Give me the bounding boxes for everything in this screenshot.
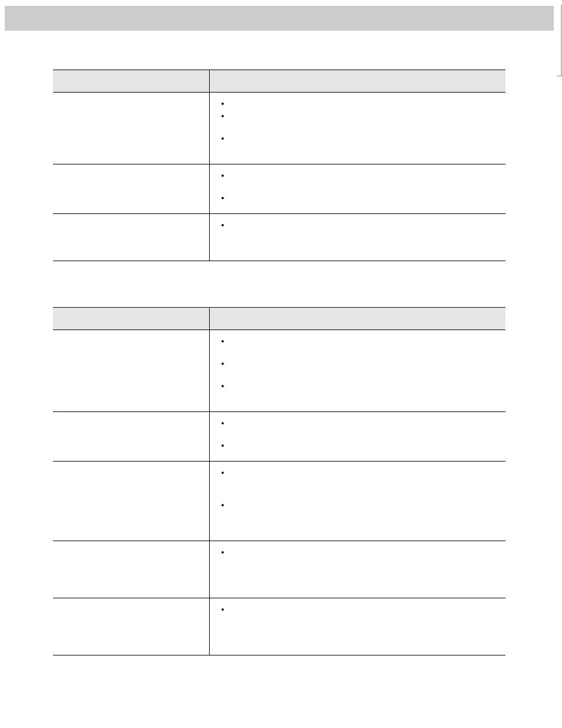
table-row-content	[209, 214, 505, 261]
table-row-label	[53, 598, 209, 655]
table-column-header	[53, 308, 209, 330]
bullet-list	[218, 220, 498, 250]
section-title	[53, 291, 505, 301]
table-row	[53, 214, 505, 261]
table-column-header	[53, 70, 209, 93]
bullet-item	[218, 111, 498, 131]
table-row-content	[209, 462, 505, 541]
table-row	[53, 164, 505, 214]
table-row-label	[53, 412, 209, 462]
scrollbar-track	[557, 5, 562, 77]
table-row-content	[209, 93, 505, 164]
table-row	[53, 93, 505, 164]
table-row-content	[209, 330, 505, 412]
bullet-list	[218, 336, 498, 401]
page-header-bar	[5, 6, 554, 31]
bullet-item	[218, 336, 498, 356]
bullet-list	[218, 98, 498, 153]
table-row-label	[53, 164, 209, 214]
table-row	[53, 541, 505, 598]
table-row	[53, 330, 505, 412]
table-row-content	[209, 598, 505, 655]
bullet-item	[218, 467, 498, 498]
bullet-item	[218, 220, 498, 250]
bullet-list	[218, 467, 498, 530]
table-header-row	[53, 308, 505, 330]
bullet-list	[218, 418, 498, 450]
table-row	[53, 462, 505, 541]
table-row	[53, 598, 505, 655]
data-table	[53, 307, 505, 655]
bullet-item	[218, 440, 498, 450]
table-row-label	[53, 330, 209, 412]
bullet-item	[218, 381, 498, 401]
document-page	[0, 0, 562, 728]
bullet-item	[218, 170, 498, 190]
table-column-header	[209, 70, 505, 93]
table-row-content	[209, 164, 505, 214]
bullet-item	[218, 98, 498, 108]
table-row	[53, 412, 505, 462]
bullet-list	[218, 170, 498, 203]
table-row-label	[53, 541, 209, 598]
table-row-content	[209, 412, 505, 462]
bullet-list	[218, 604, 498, 644]
bullet-item	[218, 193, 498, 203]
bullet-item	[218, 358, 498, 378]
bullet-item	[218, 500, 498, 530]
table-row-label	[53, 462, 209, 541]
table-row-label	[53, 214, 209, 261]
table-row-label	[53, 93, 209, 164]
page-content	[53, 53, 505, 693]
bullet-list	[218, 547, 498, 587]
bullet-item	[218, 547, 498, 587]
data-table	[53, 70, 505, 261]
table-header-row	[53, 70, 505, 93]
bullet-item	[218, 418, 498, 438]
table-column-header	[209, 308, 505, 330]
bullet-item	[218, 133, 498, 153]
bullet-item	[218, 604, 498, 644]
section-title	[53, 53, 505, 64]
table-row-content	[209, 541, 505, 598]
